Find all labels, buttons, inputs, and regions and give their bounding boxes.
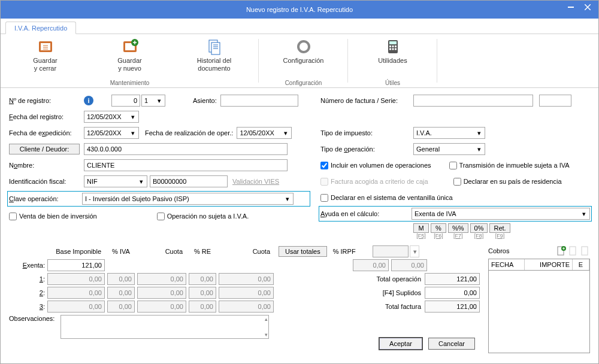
fecha-expedicion-select[interactable]: 12/05/20XX▾: [84, 127, 139, 139]
cuota2-2: [219, 287, 274, 299]
ident-fiscal-num-input[interactable]: [150, 175, 228, 187]
asiento-input[interactable]: [220, 95, 298, 107]
titlebar: Nuevo registro de I.V.A. Repercutido: [1, 1, 598, 19]
configuracion-button[interactable]: Configuración: [264, 37, 343, 78]
label-fecha-registro: Fecha del registro:: [9, 113, 84, 120]
tab-strip: I.V.A. Repercutido: [1, 19, 598, 34]
chevron-down-icon: ▾: [282, 129, 290, 137]
col-importe: IMPORTE: [525, 259, 573, 270]
shortcut-ret[interactable]: Ret.: [489, 223, 510, 233]
chevron-down-icon: ▾: [137, 177, 146, 186]
shortcut-pctpct[interactable]: %%: [448, 223, 468, 233]
ribbon-label: Guardar y nuevo: [92, 57, 167, 72]
tipo-operacion-select[interactable]: General▾: [413, 143, 485, 155]
fecha-realizacion-select[interactable]: 12/05/20XX▾: [237, 127, 292, 139]
svg-rect-12: [389, 46, 391, 47]
utilidades-button[interactable]: Utilidades: [353, 37, 432, 78]
cancelar-button[interactable]: Cancelar: [428, 338, 475, 350]
cliente-deudor-button[interactable]: Cliente / Deudor:: [9, 144, 80, 154]
iva-3: [107, 301, 135, 313]
svg-rect-17: [395, 48, 397, 50]
shortcut-m[interactable]: M: [413, 223, 429, 233]
tipo-impuesto-select[interactable]: I.V.A.▾: [413, 127, 485, 139]
header-re: % RE: [189, 248, 216, 255]
label-total-operacion: Total operación: [355, 275, 421, 283]
shortcut-zero[interactable]: 0%: [470, 223, 488, 233]
n-registro-2-select[interactable]: 1▾: [141, 95, 165, 107]
cuota1-3: [137, 301, 186, 313]
total-factura-input: [425, 301, 480, 313]
label-observaciones: Observaciones:: [9, 315, 60, 322]
declarar-ventanilla-checkbox[interactable]: Declarar en el sistema de ventanilla úni…: [320, 194, 453, 202]
header-base: Base Imponible: [47, 248, 105, 255]
chevron-down-icon: ▾: [155, 96, 164, 105]
incluir-volumen-checkbox[interactable]: Incluir en volumen de operaciones: [320, 162, 431, 169]
iva-2: [107, 287, 135, 299]
suplidos-input[interactable]: [425, 287, 480, 299]
usar-totales-button[interactable]: Usar totales: [279, 246, 327, 257]
transmision-inmueble-checkbox[interactable]: Transmisión de inmueble sujeta a IVA: [449, 162, 570, 169]
edit-cobro-icon[interactable]: [568, 245, 578, 256]
label-num-factura: Número de factura / Serie:: [320, 97, 413, 104]
chevron-down-icon: ▾: [475, 129, 483, 137]
shortcut-pct[interactable]: %: [431, 223, 446, 233]
num-factura-input[interactable]: [413, 95, 533, 107]
clave-operacion-select[interactable]: I - Inversión del Sujeto Pasivo (ISP)▾: [82, 193, 294, 205]
cuota1-1: [137, 273, 186, 285]
info-icon[interactable]: i: [84, 96, 93, 105]
cliente-input[interactable]: [84, 143, 288, 155]
label-fecha-realizacion: Fecha de realización de oper.:: [145, 129, 233, 136]
n-registro-1-input[interactable]: [111, 95, 140, 107]
svg-rect-21: [582, 247, 588, 255]
close-button[interactable]: [579, 1, 596, 14]
svg-rect-0: [568, 7, 574, 8]
label-ident-fiscal: Identificación fiscal:: [9, 178, 84, 185]
label-row-2: 2:: [9, 289, 45, 296]
label-cobros: Cobros: [488, 247, 509, 254]
re-1: [189, 273, 216, 285]
aceptar-button[interactable]: Aceptar: [379, 338, 422, 350]
guardar-cerrar-button[interactable]: Guardar y cerrar: [5, 37, 85, 78]
exenta-input[interactable]: [47, 259, 105, 271]
col-fecha: FECHA: [489, 259, 525, 270]
header-irpf: % IRPF: [333, 248, 356, 255]
cuota2-3: [219, 301, 274, 313]
venta-bien-inversion-checkbox[interactable]: Venta de bien de inversión: [9, 213, 97, 220]
label-tipo-impuesto: Tipo de impuesto:: [320, 129, 413, 136]
calculator-icon: [384, 38, 402, 56]
declarar-pais-checkbox[interactable]: Declarar en su país de residencia: [453, 178, 562, 186]
tab-iva-repercutido[interactable]: I.V.A. Repercutido: [5, 22, 76, 34]
scroll-down-icon[interactable]: ▾: [265, 332, 268, 338]
label-row-1: 1:: [9, 275, 45, 283]
irpf-select: ▾: [410, 245, 419, 257]
svg-point-9: [301, 44, 306, 49]
fecha-registro-select[interactable]: 12/05/20XX▾: [84, 111, 139, 123]
ribbon-label: Configuración: [266, 57, 341, 65]
save-close-icon: [37, 38, 55, 56]
label-exenta: Exenta:: [9, 262, 45, 269]
label-n-registro: Nº de registro:: [9, 97, 84, 104]
cobros-grid[interactable]: FECHA IMPORTE E: [488, 259, 590, 353]
guardar-nuevo-button[interactable]: Guardar y nuevo: [90, 37, 170, 78]
ribbon-group-label: Configuración: [285, 78, 322, 86]
observaciones-input[interactable]: [60, 315, 269, 339]
ident-fiscal-tipo-select[interactable]: NIF▾: [84, 175, 147, 187]
save-new-icon: [121, 38, 139, 56]
nombre-input[interactable]: [84, 159, 288, 171]
clave-operacion-row: Clave operación: I - Inversión del Sujet…: [7, 191, 310, 207]
add-cobro-icon[interactable]: [556, 245, 566, 256]
delete-cobro-icon[interactable]: [580, 245, 590, 256]
svg-rect-16: [392, 48, 394, 50]
minimize-button[interactable]: [562, 1, 579, 14]
header-iva: % IVA: [107, 248, 135, 255]
serie-input[interactable]: [539, 95, 571, 107]
ayuda-calculo-select[interactable]: Exenta de IVA▾: [412, 208, 590, 220]
window-title: Nuevo registro de I.V.A. Repercutido: [246, 6, 353, 13]
chevron-down-icon: ▾: [129, 113, 137, 121]
historial-button[interactable]: Historial del documento: [174, 37, 254, 78]
validacion-vies-link[interactable]: Validación VIES: [232, 178, 279, 185]
history-icon: [205, 38, 223, 56]
label-total-factura: Total factura: [355, 303, 421, 310]
scroll-up-icon[interactable]: ▴: [265, 316, 268, 322]
operacion-no-sujeta-checkbox[interactable]: Operación no sujeta a I.V.A.: [157, 213, 249, 220]
